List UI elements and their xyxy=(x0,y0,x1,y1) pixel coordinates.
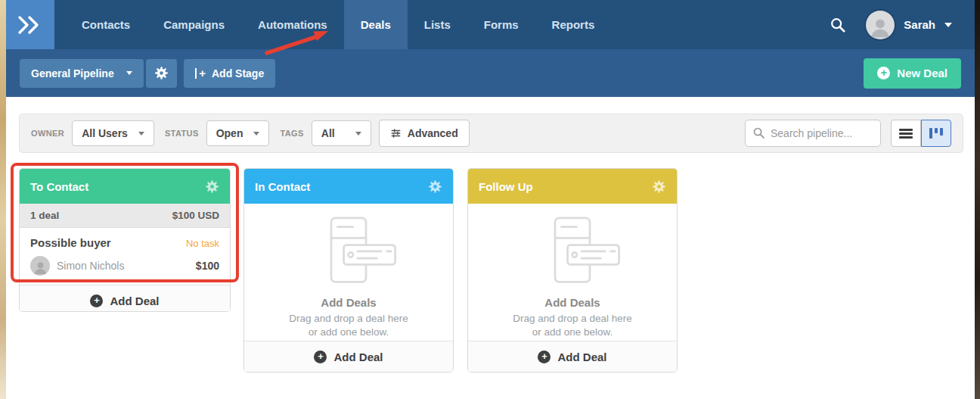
app-logo[interactable] xyxy=(6,0,54,49)
nav-item-automations[interactable]: Automations xyxy=(241,0,344,49)
stage-header: In Contact xyxy=(244,169,453,204)
new-deal-label: New Deal xyxy=(897,67,947,79)
owner-filter-value: All Users xyxy=(82,127,128,139)
top-navbar: Contacts Campaigns Automations Deals Lis… xyxy=(6,0,975,49)
add-deal-button[interactable]: + Add Deal xyxy=(244,341,453,372)
empty-state-line1: Drag and drop a deal here xyxy=(513,312,632,326)
nav-menu: Contacts Campaigns Automations Deals Lis… xyxy=(65,0,611,49)
deal-value: $100 xyxy=(196,260,219,272)
contact-avatar xyxy=(30,256,50,276)
stage-header: Follow Up xyxy=(468,169,677,204)
owner-filter-label: OWNER xyxy=(31,129,64,138)
stage-title: Follow Up xyxy=(479,180,533,193)
add-deal-label: Add Deal xyxy=(110,295,159,307)
add-deal-button[interactable]: + Add Deal xyxy=(468,341,677,372)
person-icon xyxy=(33,260,48,276)
filter-bar: OWNER All Users STATUS Open TAGS All Adv… xyxy=(19,114,963,153)
nav-item-reports[interactable]: Reports xyxy=(535,0,612,49)
chevron-down-icon xyxy=(253,132,259,136)
nav-item-deals[interactable]: Deals xyxy=(344,0,408,49)
pipeline-search-input[interactable] xyxy=(745,120,881,147)
gear-icon[interactable] xyxy=(428,179,442,194)
stage-header: To Contact xyxy=(20,169,230,204)
stage-column-follow-up: Follow Up Add Deals Drag and drop a deal… xyxy=(467,168,678,373)
avatar xyxy=(866,11,895,39)
desktop-background-right xyxy=(975,0,980,399)
empty-board-illustration xyxy=(515,216,630,285)
empty-state-heading: Add Deals xyxy=(544,296,600,309)
chevron-down-icon xyxy=(355,132,361,136)
nav-item-campaigns[interactable]: Campaigns xyxy=(147,0,241,49)
kanban-view-button[interactable] xyxy=(921,120,951,147)
user-menu[interactable]: Sarah xyxy=(866,11,952,39)
status-filter-label: STATUS xyxy=(165,129,199,138)
empty-state-line2: or add one below. xyxy=(532,326,613,339)
deal-card[interactable]: Possible buyer No task Simon Nichols $10… xyxy=(20,228,230,285)
nav-right-group: Sarah xyxy=(830,0,975,49)
status-filter-value: Open xyxy=(216,127,243,139)
stage-title: In Contact xyxy=(255,180,310,193)
chevron-down-icon xyxy=(126,71,132,75)
stage-total-value: $100 USD xyxy=(172,210,219,221)
chevron-down-icon xyxy=(138,132,144,136)
tags-filter-value: All xyxy=(321,127,335,139)
empty-state-line1: Drag and drop a deal here xyxy=(289,312,408,326)
chevron-down-icon xyxy=(944,23,952,27)
add-stage-icon: + xyxy=(195,67,206,79)
nav-item-contacts[interactable]: Contacts xyxy=(65,0,147,49)
pipeline-settings-button[interactable] xyxy=(146,59,177,88)
deal-contact-name: Simon Nichols xyxy=(57,260,196,272)
plus-circle-icon: + xyxy=(314,351,327,363)
stage-summary: 1 deal $100 USD xyxy=(20,204,230,228)
user-name: Sarah xyxy=(904,18,935,31)
nav-item-lists[interactable]: Lists xyxy=(408,0,467,49)
plus-circle-icon: + xyxy=(90,295,103,307)
pipeline-toolbar: General Pipeline + Add Stage + New Deal xyxy=(6,49,975,97)
add-deal-label: Add Deal xyxy=(557,351,606,363)
gear-icon[interactable] xyxy=(652,179,666,194)
pipeline-search xyxy=(745,120,881,147)
empty-state-heading: Add Deals xyxy=(321,296,376,309)
status-filter-select[interactable]: Open xyxy=(206,120,270,146)
empty-state-line2: or add one below. xyxy=(309,326,389,339)
tags-filter-select[interactable]: All xyxy=(312,120,371,146)
list-view-button[interactable] xyxy=(891,120,921,147)
owner-filter-select[interactable]: All Users xyxy=(72,120,154,146)
add-stage-label: Add Stage xyxy=(212,67,264,79)
pipeline-select[interactable]: General Pipeline xyxy=(20,59,144,88)
empty-board-illustration xyxy=(291,216,406,285)
stage-column-in-contact: In Contact Add Deals Drag and drop a dea… xyxy=(243,168,454,373)
desktop-background-left xyxy=(0,0,6,399)
empty-stage-dropzone[interactable]: Add Deals Drag and drop a deal here or a… xyxy=(244,204,453,341)
add-deal-label: Add Deal xyxy=(333,351,383,363)
deal-task-status: No task xyxy=(186,238,219,249)
pipeline-select-label: General Pipeline xyxy=(31,67,114,79)
stage-deal-count: 1 deal xyxy=(30,210,59,221)
add-deal-button[interactable]: + Add Deal xyxy=(20,285,230,312)
plus-circle-icon: + xyxy=(877,67,890,79)
app-window: Contacts Campaigns Automations Deals Lis… xyxy=(6,0,975,399)
view-toggle xyxy=(891,120,951,147)
plus-circle-icon: + xyxy=(538,351,550,363)
new-deal-button[interactable]: + New Deal xyxy=(864,58,961,89)
stage-title: To Contact xyxy=(30,180,88,193)
kanban-icon xyxy=(929,128,943,139)
advanced-filter-button[interactable]: Advanced xyxy=(379,120,470,147)
sliders-icon xyxy=(390,128,402,139)
list-icon xyxy=(899,129,913,139)
add-stage-button[interactable]: + Add Stage xyxy=(184,59,276,88)
search-icon[interactable] xyxy=(830,17,846,33)
person-icon xyxy=(868,15,892,39)
gear-icon[interactable] xyxy=(205,179,219,194)
search-icon xyxy=(752,126,765,139)
nav-item-forms[interactable]: Forms xyxy=(467,0,535,49)
gear-icon xyxy=(154,66,169,80)
stage-column-to-contact: To Contact 1 deal $100 USD Possible buye… xyxy=(19,168,231,312)
advanced-filter-label: Advanced xyxy=(408,127,458,139)
deal-title: Possible buyer xyxy=(30,236,111,249)
double-chevron-logo-icon xyxy=(17,15,43,35)
empty-stage-dropzone[interactable]: Add Deals Drag and drop a deal here or a… xyxy=(468,204,677,341)
tags-filter-label: TAGS xyxy=(280,129,303,138)
filter-right-group xyxy=(745,120,951,147)
